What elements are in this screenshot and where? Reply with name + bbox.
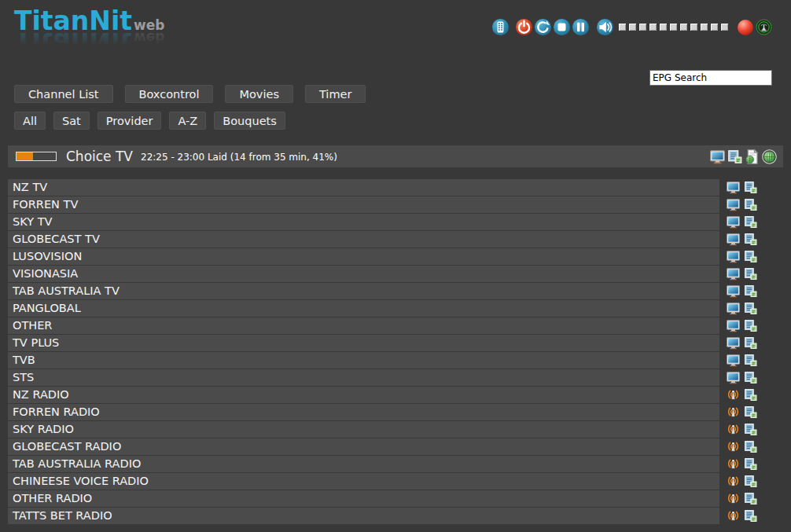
nav-channel-list[interactable]: Channel List	[14, 85, 113, 103]
channel-row: FORREN TV	[8, 196, 791, 213]
epg-icon[interactable]	[744, 423, 757, 436]
radio-icon[interactable]	[727, 388, 740, 402]
radio-icon[interactable]	[727, 492, 740, 505]
stop-icon[interactable]	[554, 19, 570, 35]
channel-name[interactable]: SKY TV	[8, 214, 719, 230]
channel-name[interactable]: VISIONASIA	[8, 266, 719, 282]
stream-globe-icon[interactable]	[762, 149, 777, 164]
volume-step[interactable]	[701, 24, 708, 31]
channel-name[interactable]: GLOBECAST RADIO	[8, 438, 719, 455]
progress-fill	[17, 152, 33, 160]
epg-search-input[interactable]	[649, 70, 772, 86]
web-epg-icon[interactable]	[745, 149, 760, 164]
epg-icon[interactable]	[727, 149, 742, 164]
epg-icon[interactable]	[744, 198, 757, 211]
epg-icon[interactable]	[744, 336, 757, 350]
tv-icon[interactable]	[727, 371, 740, 384]
channel-name[interactable]: FORREN TV	[8, 196, 719, 213]
channel-name[interactable]: TAB AUSTRALIA RADIO	[8, 456, 719, 472]
radio-icon[interactable]	[727, 440, 740, 453]
nav-movies[interactable]: Movies	[225, 85, 292, 103]
pause-icon[interactable]	[572, 19, 589, 35]
radio-icon[interactable]	[727, 405, 740, 419]
epg-icon[interactable]	[744, 267, 757, 281]
channel-row: OTHER RADIO	[8, 490, 791, 507]
tv-icon[interactable]	[727, 233, 740, 246]
channel-name[interactable]: OTHER RADIO	[8, 490, 719, 507]
volume-step[interactable]	[639, 24, 646, 31]
tv-icon[interactable]	[710, 149, 725, 164]
channel-name[interactable]: NZ RADIO	[8, 387, 719, 403]
volume-level-bar[interactable]	[619, 24, 731, 31]
tv-icon[interactable]	[727, 250, 740, 263]
channel-name[interactable]: TVB	[8, 352, 719, 369]
nav-timer[interactable]: Timer	[305, 85, 366, 103]
tv-icon[interactable]	[727, 354, 740, 367]
tv-icon[interactable]	[727, 336, 740, 350]
volume-step[interactable]	[721, 24, 728, 31]
power-icon[interactable]	[516, 19, 532, 35]
tv-icon[interactable]	[727, 267, 740, 281]
channel-name[interactable]: STS	[8, 369, 719, 386]
volume-step[interactable]	[711, 24, 718, 31]
volume-step[interactable]	[670, 24, 677, 31]
filter-a-z[interactable]: A-Z	[169, 112, 206, 130]
transmitter-icon[interactable]	[756, 19, 772, 35]
channel-list: NZ TVFORREN TVSKY TVGLOBECAST TVLUSOVISI…	[8, 179, 791, 525]
radio-icon[interactable]	[727, 457, 740, 471]
epg-icon[interactable]	[744, 509, 757, 523]
channel-name[interactable]: CHINEESE VOICE RADIO	[8, 473, 719, 490]
epg-icon[interactable]	[744, 440, 757, 453]
remote-control-icon[interactable]	[492, 19, 509, 35]
epg-icon[interactable]	[744, 302, 757, 315]
epg-icon[interactable]	[744, 405, 757, 419]
channel-name[interactable]: TATTS BET RADIO	[8, 508, 719, 524]
channel-name[interactable]: TV PLUS	[8, 335, 719, 351]
tv-icon[interactable]	[727, 302, 740, 315]
volume-step[interactable]	[649, 24, 657, 31]
volume-step[interactable]	[619, 24, 626, 31]
epg-icon[interactable]	[744, 457, 757, 471]
epg-icon[interactable]	[744, 371, 757, 384]
channel-name[interactable]: OTHER	[8, 317, 719, 334]
radio-icon[interactable]	[727, 509, 740, 523]
filter-sat[interactable]: Sat	[53, 112, 90, 130]
epg-icon[interactable]	[744, 181, 757, 194]
volume-icon[interactable]	[597, 19, 613, 35]
epg-icon[interactable]	[744, 388, 757, 402]
nav-boxcontrol[interactable]: Boxcontrol	[125, 85, 214, 103]
channel-name[interactable]: TAB AUSTRALIA TV	[8, 283, 719, 299]
tv-icon[interactable]	[727, 198, 740, 211]
volume-step[interactable]	[680, 24, 687, 31]
filter-bouquets[interactable]: Bouquets	[214, 112, 285, 130]
channel-name[interactable]: PANGLOBAL	[8, 300, 719, 317]
channel-name[interactable]: NZ TV	[8, 179, 719, 196]
tv-icon[interactable]	[727, 284, 740, 298]
filter-provider[interactable]: Provider	[97, 112, 162, 130]
volume-step[interactable]	[660, 24, 667, 31]
epg-icon[interactable]	[744, 354, 757, 367]
epg-icon[interactable]	[744, 250, 757, 263]
reload-icon[interactable]	[535, 19, 551, 35]
radio-icon[interactable]	[727, 423, 740, 436]
tv-icon[interactable]	[727, 215, 740, 229]
filter-all[interactable]: All	[14, 112, 46, 130]
epg-icon[interactable]	[744, 284, 757, 298]
channel-name[interactable]: LUSOVISION	[8, 248, 719, 265]
channel-name[interactable]: GLOBECAST TV	[8, 231, 719, 248]
epg-icon[interactable]	[744, 492, 757, 505]
channel-row-actions	[727, 284, 757, 298]
volume-step[interactable]	[629, 24, 636, 31]
epg-icon[interactable]	[744, 215, 757, 229]
titannit-web-page: { "logo": { "title": "TitanNit", "subtit…	[0, 0, 791, 532]
tv-icon[interactable]	[727, 181, 740, 194]
channel-name[interactable]: FORREN RADIO	[8, 404, 719, 420]
channel-name[interactable]: SKY RADIO	[8, 421, 719, 438]
epg-icon[interactable]	[744, 475, 757, 488]
epg-icon[interactable]	[744, 319, 757, 332]
now-playing-bar: Choice TV 22:25 - 23:00 Laid (14 from 35…	[8, 145, 783, 167]
volume-step[interactable]	[690, 24, 697, 31]
radio-icon[interactable]	[727, 475, 740, 488]
epg-icon[interactable]	[744, 233, 757, 246]
tv-icon[interactable]	[727, 319, 740, 332]
